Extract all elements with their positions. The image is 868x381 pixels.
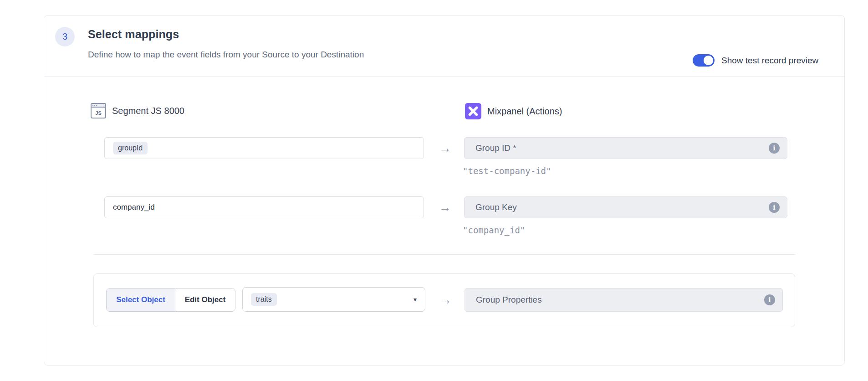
source-field-input-groupid[interactable]: groupId xyxy=(104,137,424,159)
page-title: Select mappings xyxy=(88,28,179,41)
source-name: Segment JS 8000 xyxy=(112,106,184,116)
destination-field-label: Group Key xyxy=(475,202,769,212)
destination-field-label: Group ID * xyxy=(475,143,769,153)
source-connector: JS Segment JS 8000 xyxy=(91,103,184,118)
edit-object-button[interactable]: Edit Object xyxy=(175,288,235,311)
info-icon[interactable]: i xyxy=(764,294,775,305)
page-subtitle: Define how to map the event fields from … xyxy=(88,50,364,60)
object-mapping-section: Select Object Edit Object traits ▾ → Gro… xyxy=(93,273,795,327)
source-token-chip[interactable]: groupId xyxy=(113,142,148,154)
destination-field-label: Group Properties xyxy=(476,295,764,305)
js-icon-label: JS xyxy=(92,108,105,118)
header-divider xyxy=(44,76,844,77)
destination-field-group-id: Group ID * i xyxy=(464,137,787,159)
dropdown-selected-chip: traits xyxy=(251,293,277,306)
test-record-preview-value: "test-company-id" xyxy=(463,166,551,176)
source-js-browser-icon: JS xyxy=(91,103,106,118)
mapping-arrow-icon: → xyxy=(434,288,456,312)
select-mappings-card: 3 Select mappings Define how to map the … xyxy=(44,15,845,366)
show-test-record-toggle[interactable] xyxy=(693,54,715,67)
destination-connector: Mixpanel (Actions) xyxy=(465,103,562,119)
destination-field-group-key: Group Key i xyxy=(464,196,787,218)
object-source-dropdown[interactable]: traits ▾ xyxy=(242,287,425,312)
destination-field-group-properties: Group Properties i xyxy=(465,288,783,312)
section-divider xyxy=(93,254,795,255)
source-field-value: company_id xyxy=(113,203,155,212)
mapping-arrow-icon: → xyxy=(434,137,456,159)
show-test-record-toggle-label: Show test record preview xyxy=(721,56,818,66)
toggle-knob xyxy=(704,56,713,65)
source-field-input-company-id[interactable]: company_id xyxy=(104,196,424,218)
info-icon[interactable]: i xyxy=(769,202,780,213)
select-object-button[interactable]: Select Object xyxy=(107,288,175,311)
object-mode-button-group: Select Object Edit Object xyxy=(106,288,235,312)
mixpanel-icon xyxy=(465,103,481,119)
destination-name: Mixpanel (Actions) xyxy=(487,106,562,117)
info-icon[interactable]: i xyxy=(769,143,780,154)
browser-titlebar xyxy=(92,104,105,108)
mapping-arrow-icon: → xyxy=(434,196,456,218)
step-number-badge: 3 xyxy=(55,27,75,46)
chevron-down-icon: ▾ xyxy=(414,296,417,303)
test-record-preview-value: "company_id" xyxy=(463,225,525,235)
